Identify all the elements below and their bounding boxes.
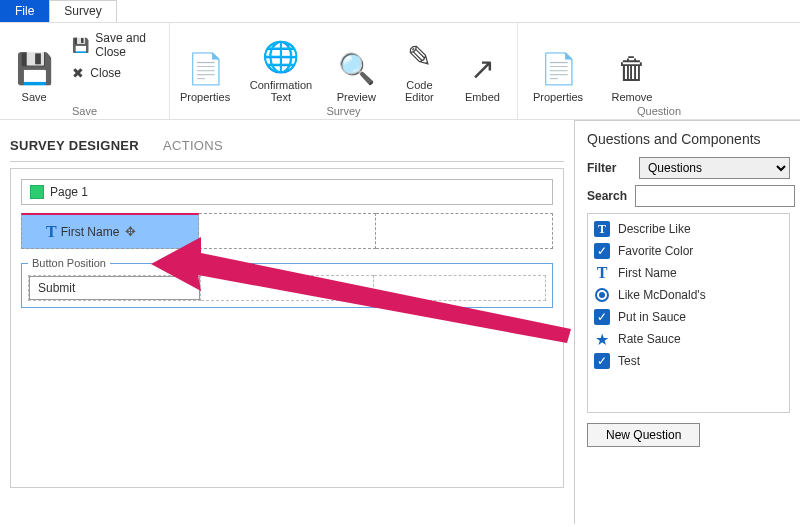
button-position-fieldset: Button Position Submit [21,257,553,308]
ribbon-group-label-question: Question [528,103,790,117]
ribbon-group-save: 💾 Save 💾 Save and Close ✖ Close Save [0,23,170,119]
list-item[interactable]: TDescribe Like [590,218,787,240]
tab-file[interactable]: File [0,0,49,22]
search-label: Search [587,189,627,203]
list-item[interactable]: TFirst Name [590,262,787,284]
design-canvas[interactable]: Page 1 T First Name ✥ Button Position [10,168,564,488]
list-item[interactable]: Like McDonald's [590,284,787,306]
star-icon: ★ [594,331,610,347]
ribbon-group-label-survey: Survey [180,103,507,117]
drop-cell-2[interactable] [199,213,376,249]
textarea-icon: T [594,221,610,237]
list-item[interactable]: ✓Favorite Color [590,240,787,262]
move-cursor-icon: ✥ [125,224,136,239]
save-button[interactable]: 💾 Save [10,27,58,103]
ribbon-group-label-save: Save [10,103,159,117]
filter-label: Filter [587,161,631,175]
page-label: Page 1 [50,185,88,199]
drag-preview-first-name[interactable]: T First Name ✥ [46,223,136,241]
search-input[interactable] [635,185,795,207]
button-position-left[interactable]: Submit [28,275,201,301]
question-properties-icon: 📄 [540,47,577,91]
tab-actions[interactable]: ACTIONS [163,138,223,153]
save-close-icon: 💾 [72,37,89,53]
question-remove-button[interactable]: 🗑 Remove [602,27,662,103]
app-tabs: File Survey [0,0,800,22]
button-position-center[interactable] [201,275,373,301]
text-question-icon: T [46,223,57,241]
preview-button[interactable]: 🔍 Preview [332,27,381,103]
drop-cell-3[interactable] [376,213,553,249]
survey-properties-button[interactable]: 📄 Properties [180,27,230,103]
side-panel: Questions and Components Filter Question… [574,120,800,524]
list-item[interactable]: ✓Put in Sauce [590,306,787,328]
drop-cell-active[interactable]: T First Name ✥ [21,213,199,249]
save-icon: 💾 [16,47,53,91]
embed-icon: ↗ [470,47,495,91]
globe-doc-icon: 🌐 [262,35,299,79]
page-header[interactable]: Page 1 [21,179,553,205]
list-item[interactable]: ★Rate Sauce [590,328,787,350]
remove-icon: 🗑 [617,47,647,91]
checkbox-icon: ✓ [594,353,610,369]
preview-icon: 🔍 [338,47,375,91]
text-icon: T [594,265,610,281]
checkbox-icon: ✓ [594,309,610,325]
list-item[interactable]: ✓Test [590,350,787,372]
code-editor-button[interactable]: ✎ Code Editor [395,27,444,103]
drag-preview-label: First Name [61,225,120,239]
button-position-legend: Button Position [28,257,110,269]
question-properties-button[interactable]: 📄 Properties [528,27,588,103]
page-icon [30,185,44,199]
new-question-button[interactable]: New Question [587,423,700,447]
submit-button-chip[interactable]: Submit [29,276,200,300]
side-panel-title: Questions and Components [587,131,790,147]
ribbon-group-question: 📄 Properties 🗑 Remove Question [518,23,800,119]
questions-list: TDescribe Like ✓Favorite Color TFirst Na… [587,213,790,413]
confirmation-text-button[interactable]: 🌐 Confirmation Text [244,27,318,103]
ribbon: 💾 Save 💾 Save and Close ✖ Close Save 📄 P… [0,22,800,120]
ribbon-group-survey: 📄 Properties 🌐 Confirmation Text 🔍 Previ… [170,23,518,119]
designer-tabs: SURVEY DESIGNER ACTIONS [10,130,564,162]
filter-select[interactable]: Questions [639,157,790,179]
tab-survey-designer[interactable]: SURVEY DESIGNER [10,138,139,153]
close-button[interactable]: ✖ Close [72,65,159,81]
radio-icon [594,287,610,303]
save-and-close-button[interactable]: 💾 Save and Close [72,31,159,59]
properties-icon: 📄 [187,47,224,91]
close-icon: ✖ [72,65,84,81]
tab-survey[interactable]: Survey [49,0,116,22]
code-icon: ✎ [407,35,432,79]
question-drop-row[interactable]: T First Name ✥ [21,213,553,249]
embed-button[interactable]: ↗ Embed [458,27,507,103]
button-position-right[interactable] [374,275,546,301]
checkbox-icon: ✓ [594,243,610,259]
